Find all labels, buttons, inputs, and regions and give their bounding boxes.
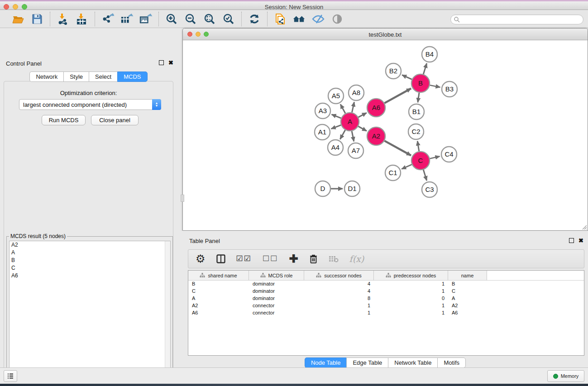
graph-edge-C-C2[interactable] [417,141,419,152]
cell-predecessor-nodes[interactable]: 1 [374,302,448,310]
result-item-a[interactable]: A [10,249,170,257]
cell-mcds-role[interactable]: dominator [249,295,304,302]
open-file-icon[interactable] [12,13,24,25]
result-item-a2[interactable]: A2 [10,241,170,249]
tab-network[interactable]: Network [29,71,63,82]
cell-successor-nodes[interactable]: 1 [304,302,374,310]
add-column-icon[interactable]: ✚ [289,254,298,263]
zoom-out-icon[interactable] [184,13,197,25]
cell-successor-nodes[interactable]: 1 [304,310,374,317]
graph-edge-C-C3[interactable] [423,170,426,181]
cell-name[interactable]: A6 [448,310,487,317]
cell-successor-nodes[interactable]: 8 [304,295,374,302]
zoom-in-icon[interactable] [165,13,178,25]
cell-shared-name[interactable]: B [188,281,249,288]
cell-name[interactable]: C [448,288,487,295]
cell-name[interactable]: A2 [448,302,487,310]
tab-motifs[interactable]: Motifs [437,357,466,368]
cell-mcds-role[interactable]: connector [249,310,304,317]
column-header-predecessor-nodes[interactable]: predecessor nodes [374,271,448,280]
cell-mcds-role[interactable]: connector [249,302,304,310]
vertical-splitter-handle[interactable] [181,195,184,202]
table-row-a[interactable]: Adominator80A [188,295,584,302]
tab-network-table[interactable]: Network Table [388,357,437,368]
cell-predecessor-nodes[interactable]: 1 [374,310,448,317]
cell-predecessor-nodes[interactable]: 1 [374,288,448,295]
save-session-icon[interactable] [31,13,43,25]
export-network-icon[interactable] [101,13,114,25]
close-panel-button[interactable]: Close panel [91,115,139,125]
task-monitor-button[interactable] [4,370,17,382]
table-row-c[interactable]: Cdominator41C [188,288,584,295]
cell-shared-name[interactable]: A6 [188,310,249,317]
graph-edge-A-A1[interactable] [331,125,341,129]
optimization-criterion-dropdown[interactable]: largest connected component (directed) ▲… [19,99,161,110]
float-panel-icon[interactable] [569,238,574,243]
window-resize-grip[interactable] [581,224,587,230]
cell-shared-name[interactable]: A2 [188,302,249,310]
close-panel-icon[interactable]: ✖ [168,60,173,65]
graph-edge-C-C1[interactable] [402,164,412,169]
show-graphics-icon[interactable] [331,13,344,25]
column-header-name[interactable]: name [448,271,487,280]
cell-predecessor-nodes[interactable]: 1 [374,281,448,288]
delete-column-trash-icon[interactable] [309,254,318,264]
dropdown-stepper-icon[interactable]: ▲▼ [152,99,161,110]
table-settings-gear-icon[interactable]: ⚙ [196,254,206,263]
cell-successor-nodes[interactable]: 4 [304,281,374,288]
result-scrollbar-track[interactable] [165,241,170,386]
search-field[interactable] [460,16,583,23]
cell-shared-name[interactable]: A [188,295,249,302]
graph-edge-A-A4[interactable] [340,130,345,139]
tab-select[interactable]: Select [89,71,117,82]
search-input[interactable] [450,14,583,24]
graph-edge-B-B1[interactable] [418,93,419,102]
import-table-icon[interactable] [76,13,88,25]
graph-edge-A-A6[interactable] [359,113,367,117]
graph-edge-C-C4[interactable] [430,157,440,159]
float-panel-icon[interactable] [159,60,164,65]
table-row-a2[interactable]: A2connector11A2 [188,302,584,310]
table-row-b[interactable]: Bdominator41B [188,281,584,288]
select-all-rows-icon[interactable]: ☑☑ [236,254,252,263]
run-mcds-button[interactable]: Run MCDS [42,115,86,125]
refresh-layout-icon[interactable] [248,13,261,25]
tab-node-table[interactable]: Node Table [305,357,347,368]
graph-edge-B-B3[interactable] [430,85,440,87]
cell-shared-name[interactable]: C [188,288,249,295]
graph-edge-A-A5[interactable] [340,104,345,113]
tab-style[interactable]: Style [63,71,89,82]
import-network-icon[interactable] [57,13,69,25]
tab-mcds[interactable]: MCDS [117,71,147,82]
duplicate-network-icon[interactable] [274,13,287,25]
hide-graphics-icon[interactable] [312,13,325,25]
memory-status-button[interactable]: Memory [547,370,584,382]
column-header-successor-nodes[interactable]: successor nodes [304,271,374,280]
graph-edge-B-B2[interactable] [402,75,412,80]
cell-successor-nodes[interactable]: 4 [304,288,374,295]
result-item-c[interactable]: C [10,264,170,272]
result-item-a6[interactable]: A6 [10,272,170,280]
node-table[interactable]: shared nameMCDS rolesuccessor nodesprede… [188,270,584,356]
zoom-selected-icon[interactable] [222,13,235,25]
column-header-mcds-role[interactable]: MCDS role [249,271,304,280]
result-item-b[interactable]: B [10,257,170,264]
export-table-icon[interactable] [120,13,133,25]
cell-name[interactable]: A [448,295,487,302]
zoom-fit-icon[interactable] [203,13,216,25]
graph-edge-A-A8[interactable] [352,102,354,113]
home-views-icon[interactable] [293,13,306,25]
graph-edge-A6-B[interactable] [384,89,411,103]
cell-predecessor-nodes[interactable]: 0 [374,295,448,302]
graph-edge-A-A7[interactable] [352,131,354,142]
table-row-a6[interactable]: A6connector11A6 [188,310,584,317]
cell-name[interactable]: B [448,281,487,288]
column-visibility-icon[interactable] [216,254,225,263]
mcds-result-list[interactable]: A2ABCA6 [9,241,171,386]
network-graph-canvas[interactable]: B4B2BB3A8A5A6B1A3AC2A1A2A4A7C4CC1DD1C3 [183,40,588,230]
graph-edge-B-B4[interactable] [423,63,426,74]
graph-edge-A-A3[interactable] [331,114,341,118]
network-window-titlebar[interactable]: testGlobe.txt [183,29,588,40]
cell-mcds-role[interactable]: dominator [249,288,304,295]
cell-mcds-role[interactable]: dominator [249,281,304,288]
